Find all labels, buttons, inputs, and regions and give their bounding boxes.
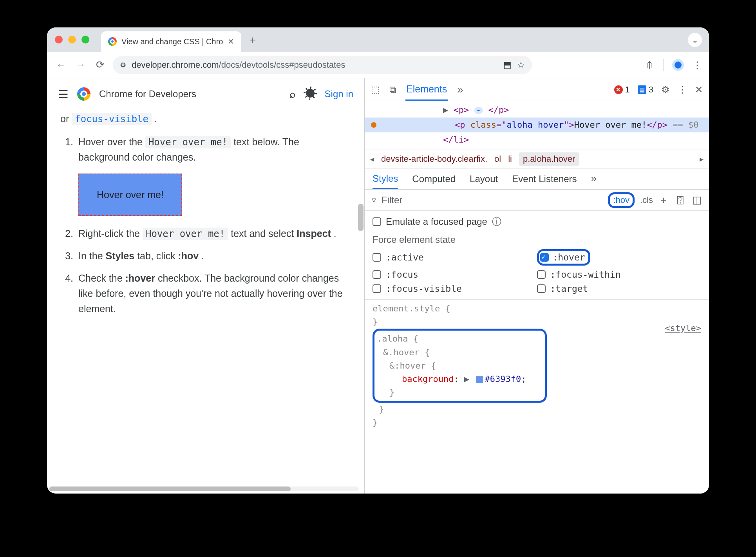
help-icon[interactable]: ⓘ <box>492 215 501 228</box>
emulate-focused-label: Emulate a focused page <box>386 216 487 227</box>
sign-in-link[interactable]: Sign in <box>325 89 353 99</box>
bookmark-icon[interactable]: ☆ <box>517 60 525 70</box>
hover-checkbox[interactable] <box>540 253 549 262</box>
extensions-icon[interactable]: ⫛ <box>645 60 655 71</box>
step-2: Right-click the Hover over me! text and … <box>76 226 351 241</box>
tab-computed[interactable]: Computed <box>412 174 456 189</box>
minimize-window-button[interactable] <box>68 36 76 43</box>
print-media-icon[interactable]: ⍰ <box>677 194 684 206</box>
state-active[interactable]: :active <box>373 249 537 266</box>
focus-visible-checkbox[interactable] <box>373 284 381 293</box>
forward-button[interactable]: → <box>74 59 88 71</box>
browser-menu-icon[interactable]: ⋮ <box>693 60 702 71</box>
dom-line-p-collapsed[interactable]: ▶ <p> ⋯ </p> <box>365 103 709 118</box>
force-state-title: Force element state <box>365 233 709 249</box>
breadcrumb-right-icon[interactable]: ▸ <box>700 154 704 164</box>
content-area: ☰ Chrome for Developers ⌕ Sign in or foc… <box>47 78 709 494</box>
dom-line-selected[interactable]: <p class="aloha hover">Hover over me!</p… <box>365 118 709 132</box>
page-horizontal-scrollbar-thumb[interactable] <box>49 486 291 491</box>
rule-selector-aloha[interactable]: .aloha { <box>377 334 418 344</box>
rule-selector-nest-pseudo[interactable]: &:hover { <box>389 361 436 371</box>
css-rules[interactable]: element.style { } <style> .aloha { &.hov… <box>365 299 709 437</box>
dom-ellipsis-icon[interactable]: ⋯ <box>474 107 483 114</box>
force-state-grid: :active :hover :focus :focus-within <box>365 249 709 299</box>
breadcrumb-item[interactable]: ol <box>494 154 501 164</box>
dom-tree[interactable]: ▶ <p> ⋯ </p> <p class="aloha hover">Hove… <box>365 101 709 150</box>
menu-icon[interactable]: ☰ <box>58 87 69 101</box>
focus-checkbox[interactable] <box>373 270 381 279</box>
window-controls <box>55 36 89 43</box>
tab-search-button[interactable]: ⌄ <box>688 33 702 47</box>
state-focus-within[interactable]: :focus-within <box>537 269 702 280</box>
step-3: In the Styles tab, click :hov . <box>76 248 351 264</box>
rule-source-link[interactable]: <style> <box>665 322 701 335</box>
new-tab-button[interactable]: ＋ <box>248 33 258 47</box>
expand-shorthand-icon[interactable]: ▶ <box>464 374 469 384</box>
tab-favicon <box>108 37 117 46</box>
browser-toolbar: ← → ⟳ ⚙ developer.chrome.com/docs/devtoo… <box>47 52 709 78</box>
install-app-icon[interactable]: ⬒ <box>503 60 512 70</box>
reload-button[interactable]: ⟳ <box>93 59 107 71</box>
page-horizontal-scrollbar-track[interactable] <box>49 486 359 491</box>
devtools-top-bar: ⬚ ⧉ Elements » ✕ 1 ▤ 3 ⚙ ⋮ ✕ <box>365 78 709 101</box>
more-tabs-icon[interactable]: » <box>457 83 463 96</box>
code-focus-visible: focus-visible <box>72 113 152 125</box>
site-info-icon[interactable]: ⚙ <box>120 61 126 69</box>
emulate-focused-checkbox[interactable] <box>373 217 381 226</box>
step-4: Check the :hover checkbox. The backgroun… <box>76 271 351 316</box>
device-toolbar-icon[interactable]: ⧉ <box>389 84 396 95</box>
breadcrumb-item-selected[interactable]: p.aloha.hover <box>519 152 579 166</box>
code-hover-over-me: Hover over me! <box>145 136 231 148</box>
tab-styles[interactable]: Styles <box>373 173 398 189</box>
close-tab-icon[interactable]: ✕ <box>228 37 234 46</box>
search-icon[interactable]: ⌕ <box>289 88 296 100</box>
elements-tab[interactable]: Elements <box>405 79 448 101</box>
error-count[interactable]: ✕ 1 <box>614 85 630 95</box>
more-subtabs-icon[interactable]: » <box>591 172 597 189</box>
breadcrumb-left-icon[interactable]: ◂ <box>370 154 374 164</box>
emulate-focused-row: Emulate a focused page ⓘ <box>365 211 709 233</box>
site-header: ☰ Chrome for Developers ⌕ Sign in <box>47 78 364 110</box>
new-style-rule-icon[interactable]: ＋ <box>658 193 669 207</box>
error-icon: ✕ <box>614 85 623 94</box>
message-count[interactable]: ▤ 3 <box>638 85 653 95</box>
hov-toggle-button[interactable]: :hov <box>608 192 635 208</box>
inspect-element-icon[interactable]: ⬚ <box>371 84 380 95</box>
article-body: or focus-visible . Hover over the Hover … <box>47 110 364 342</box>
theme-toggle-icon[interactable] <box>306 88 315 100</box>
browser-tab[interactable]: View and change CSS | Chro ✕ <box>101 31 241 52</box>
toolbar-divider <box>663 59 664 71</box>
tab-event-listeners[interactable]: Event Listeners <box>512 174 577 189</box>
rule-declaration-background[interactable]: background: ▶ #6393f0; <box>377 373 526 386</box>
cls-toggle-button[interactable]: .cls <box>640 195 653 205</box>
hover-demo-box[interactable]: Hover over me! <box>78 174 182 216</box>
profile-avatar[interactable] <box>672 59 684 71</box>
target-checkbox[interactable] <box>537 284 546 293</box>
rule-element-style[interactable]: element.style { <box>373 304 450 313</box>
filter-input[interactable]: Filter <box>382 195 402 206</box>
devtools-menu-icon[interactable]: ⋮ <box>678 84 687 95</box>
color-swatch-icon[interactable] <box>476 376 483 383</box>
state-focus-visible[interactable]: :focus-visible <box>373 284 537 294</box>
tab-layout[interactable]: Layout <box>470 174 498 189</box>
site-brand: Chrome for Developers <box>99 89 196 99</box>
rule-selector-nest-hover[interactable]: &.hover { <box>383 347 430 357</box>
active-checkbox[interactable] <box>373 253 381 262</box>
close-devtools-icon[interactable]: ✕ <box>695 84 703 95</box>
tab-strip: View and change CSS | Chro ✕ ＋ ⌄ <box>47 27 709 52</box>
address-bar[interactable]: ⚙ developer.chrome.com/docs/devtools/css… <box>113 56 532 74</box>
computed-sidebar-icon[interactable]: ◫ <box>692 194 702 206</box>
maximize-window-button[interactable] <box>81 36 89 43</box>
dom-line-li-close[interactable]: </li> <box>365 132 709 147</box>
page-vertical-scrollbar[interactable] <box>358 204 364 231</box>
settings-icon[interactable]: ⚙ <box>661 84 670 95</box>
state-hover[interactable]: :hover <box>537 249 702 266</box>
state-target[interactable]: :target <box>537 284 702 294</box>
breadcrumb-item[interactable]: li <box>508 154 512 164</box>
back-button[interactable]: ← <box>54 59 68 71</box>
dom-breadcrumb[interactable]: ◂ devsite-article-body.clearfix. ol li p… <box>365 150 709 168</box>
breadcrumb-item[interactable]: devsite-article-body.clearfix. <box>381 154 487 164</box>
close-window-button[interactable] <box>55 36 63 43</box>
state-focus[interactable]: :focus <box>373 269 537 280</box>
focus-within-checkbox[interactable] <box>537 270 546 279</box>
